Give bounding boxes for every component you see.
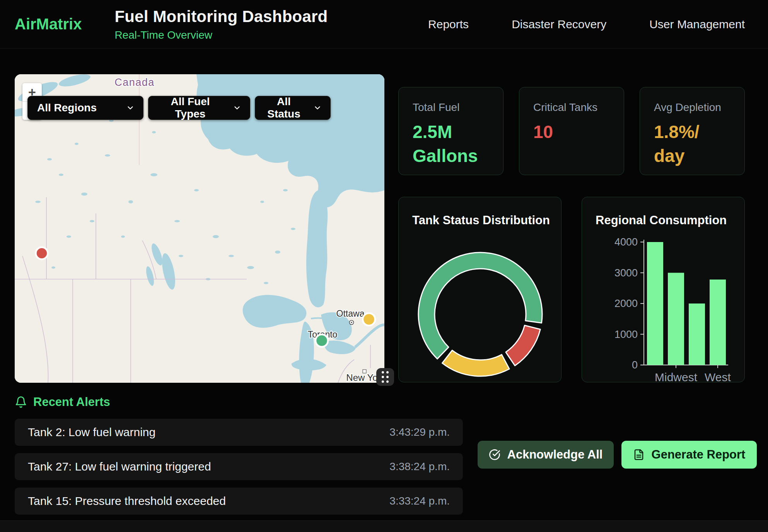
y-tick-label: 0 (632, 359, 638, 371)
alert-row[interactable]: Tank 15: Pressure threshold exceeded3:33… (15, 488, 463, 515)
alert-text: Tank 27: Low fuel warning triggered (28, 460, 211, 473)
region-filter-value: All Regions (37, 102, 97, 114)
x-tick-label: West (705, 371, 731, 383)
bar (668, 273, 684, 365)
map-svg: Canada Ottawa Toronto New York (15, 74, 384, 383)
tank-status-donut-chart (399, 197, 562, 383)
total-fuel-card: Total Fuel 2.5MGallons (398, 87, 503, 175)
regional-consumption-card: Regional Consumption 01000200030004000Mi… (582, 197, 745, 382)
country-label: Canada (114, 77, 155, 88)
y-tick-label: 2000 (614, 298, 638, 309)
region-filter-select[interactable]: All Regions (27, 96, 143, 120)
file-text-icon (633, 449, 645, 460)
y-tick-label: 4000 (614, 236, 638, 248)
stat-value: 10 (533, 120, 624, 144)
alert-row[interactable]: Tank 27: Low fuel warning triggered3:38:… (15, 453, 463, 480)
status-filter-value: All Status (265, 95, 303, 120)
alert-text: Tank 2: Low fuel warning (28, 426, 155, 439)
map-marker-normal[interactable] (316, 334, 328, 347)
y-tick-label: 3000 (614, 267, 638, 279)
donut-segment-critical (506, 326, 540, 366)
critical-tanks-card: Critical Tanks 10 (519, 87, 624, 175)
status-filter-select[interactable]: All Status (255, 96, 331, 120)
avg-depletion-card: Avg Depletion 1.8%/day (640, 87, 745, 175)
app-header: AirMatrix Fuel Monitoring Dashboard Real… (0, 0, 768, 49)
bar (689, 304, 705, 365)
acknowledge-all-label: Acknowledge All (507, 448, 603, 462)
regional-consumption-bar-chart: 01000200030004000MidwestWest (582, 197, 745, 383)
map-marker-critical[interactable] (36, 247, 48, 259)
map-marker-warning[interactable] (363, 313, 375, 326)
alert-text: Tank 15: Pressure threshold exceeded (28, 494, 226, 508)
stat-value: 1.8%/day (654, 120, 744, 168)
stat-value: 2.5MGallons (413, 120, 503, 168)
nav-user-management[interactable]: User Management (649, 18, 745, 31)
recent-alerts-title: Recent Alerts (33, 395, 110, 409)
chevron-down-icon (313, 104, 322, 112)
page-title: Fuel Monitoring Dashboard (114, 7, 328, 26)
header-titles: Fuel Monitoring Dashboard Real-Time Over… (114, 7, 328, 41)
fuel-type-filter-select[interactable]: All Fuel Types (148, 96, 250, 120)
page-subtitle: Real-Time Overview (114, 29, 328, 41)
bar (647, 242, 663, 365)
fuel-type-filter-value: All Fuel Types (158, 95, 223, 120)
resize-grip[interactable] (376, 368, 394, 386)
bar (710, 280, 726, 365)
tank-status-card: Tank Status Distribution (398, 197, 561, 382)
alert-timestamp: 3:33:24 p.m. (389, 495, 450, 507)
stat-label: Avg Depletion (654, 101, 744, 114)
y-tick-label: 1000 (614, 329, 638, 340)
stat-label: Critical Tanks (533, 101, 624, 114)
recent-alerts-header: Recent Alerts (15, 395, 110, 409)
nav-disaster-recovery[interactable]: Disaster Recovery (512, 18, 606, 31)
map[interactable]: Canada Ottawa Toronto New York (15, 74, 384, 383)
map-panel: Canada Ottawa Toronto New York + − All R… (15, 74, 384, 383)
x-tick-label: Midwest (655, 371, 698, 383)
footer-bar (0, 520, 768, 532)
brand-logo[interactable]: AirMatrix (15, 15, 82, 33)
chevron-down-icon (233, 104, 241, 112)
bell-icon (15, 396, 27, 408)
donut-segment-warning (442, 350, 509, 376)
alert-row[interactable]: Tank 2: Low fuel warning3:43:29 p.m. (15, 419, 463, 446)
stat-label: Total Fuel (413, 101, 503, 114)
check-circle-icon (489, 449, 500, 460)
map-filters: All Regions All Fuel Types All Status (27, 96, 331, 120)
chevron-down-icon (126, 104, 135, 112)
alert-timestamp: 3:43:29 p.m. (389, 426, 450, 438)
nav-reports[interactable]: Reports (428, 18, 469, 31)
ottawa-city-dot-center (351, 322, 352, 323)
acknowledge-all-button[interactable]: Acknowledge All (478, 441, 614, 469)
ottawa-label: Ottawa (336, 309, 365, 319)
main-nav: Reports Disaster Recovery User Managemen… (428, 0, 745, 49)
generate-report-button[interactable]: Generate Report (621, 441, 757, 469)
generate-report-label: Generate Report (652, 448, 746, 462)
alert-timestamp: 3:38:24 p.m. (389, 460, 450, 473)
